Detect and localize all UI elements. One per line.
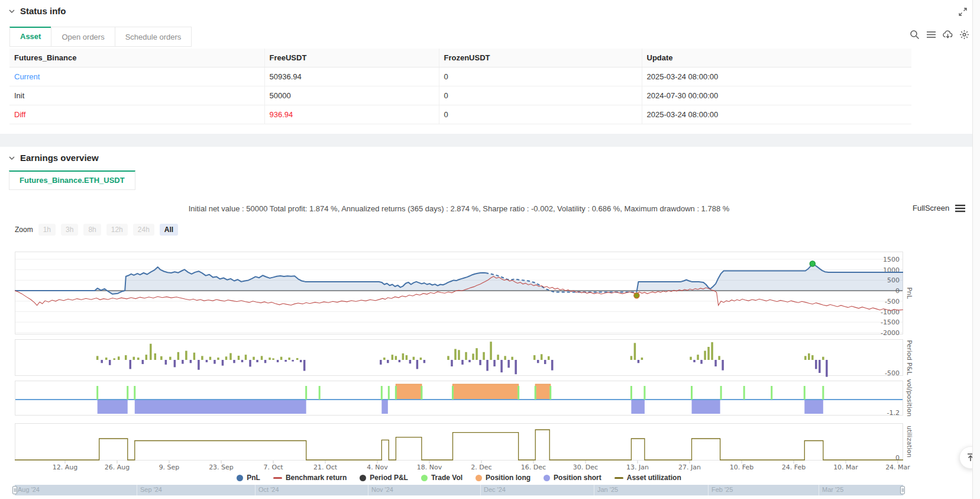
benchmark-return-marker-icon bbox=[273, 477, 282, 479]
period-pnl-bar bbox=[160, 356, 163, 360]
x-axis-label: 9. Sep bbox=[159, 463, 180, 471]
zoom-all-button[interactable]: All bbox=[160, 224, 178, 236]
trade-vol-marker-icon bbox=[421, 475, 428, 481]
navigator-right-handle[interactable] bbox=[900, 486, 905, 494]
tab-asset[interactable]: Asset bbox=[9, 27, 51, 47]
pnl-ytick: -500 bbox=[885, 298, 900, 305]
navigator-divider bbox=[480, 485, 481, 495]
exit-marker bbox=[634, 293, 639, 298]
trade-vol-bar bbox=[421, 386, 422, 400]
trade-vol-bar bbox=[134, 386, 135, 400]
gear-icon[interactable] bbox=[959, 30, 969, 40]
legend-item-trade-vol[interactable]: Trade Vol bbox=[421, 474, 462, 482]
x-axis-label: 24. Mar bbox=[885, 463, 910, 471]
col-free-usdt: FreeUSDT bbox=[264, 49, 439, 67]
zoom-1h-button[interactable]: 1h bbox=[38, 224, 56, 236]
legend-item-position-short[interactable]: Position short bbox=[544, 474, 601, 482]
period-pnl-bar bbox=[399, 360, 401, 362]
period-pnl-bar bbox=[548, 356, 550, 360]
period-pnl-bar bbox=[222, 360, 224, 366]
period-pnl-bar bbox=[718, 356, 720, 360]
period-pnl-bar bbox=[303, 360, 306, 371]
period-pnl-bar bbox=[249, 360, 251, 366]
period-pnl-bar bbox=[500, 360, 503, 372]
pane-border bbox=[15, 252, 903, 334]
search-icon[interactable] bbox=[910, 30, 920, 40]
navigator-month-label: Aug '24 bbox=[18, 486, 40, 493]
position-long-block bbox=[396, 384, 422, 400]
pnl-ytick: -1500 bbox=[881, 318, 900, 326]
navigator-month-label: Nov '24 bbox=[371, 486, 393, 493]
period-pnl-bar bbox=[409, 360, 412, 363]
legend-item-asset-utilization[interactable]: Asset utilization bbox=[614, 474, 681, 482]
period-pnl-bar bbox=[118, 356, 120, 360]
init-label: Init bbox=[9, 86, 264, 105]
position-short-block bbox=[135, 400, 306, 414]
tab-open-orders[interactable]: Open orders bbox=[51, 27, 115, 47]
navigator-divider bbox=[594, 485, 594, 495]
zoom-3h-button[interactable]: 3h bbox=[61, 224, 78, 236]
zoom-24h-button[interactable]: 24h bbox=[133, 224, 154, 236]
period-pnl-bar bbox=[185, 351, 187, 360]
zoom-label: Zoom bbox=[15, 226, 33, 234]
pnl-ytick: -2000 bbox=[881, 329, 900, 337]
x-axis-label: 12. Aug bbox=[53, 463, 77, 471]
period-pnl-bar bbox=[483, 352, 485, 360]
collapse-chevron-icon[interactable] bbox=[8, 8, 15, 15]
collapse-chevron-icon[interactable] bbox=[8, 154, 15, 162]
fullscreen-label: FullScreen bbox=[913, 204, 949, 213]
period-pnl-bar bbox=[387, 360, 389, 363]
period-pnl-bar bbox=[406, 355, 408, 360]
chart-context-menu-icon[interactable] bbox=[955, 204, 965, 213]
navigator-month-label: Sep '24 bbox=[140, 486, 162, 493]
position-short-block bbox=[98, 400, 128, 414]
diff-label: Diff bbox=[9, 105, 264, 124]
period-pnl-bar bbox=[714, 360, 717, 366]
legend-label: PnL bbox=[247, 474, 260, 482]
expand-corners-icon[interactable] bbox=[958, 7, 968, 17]
current-link[interactable]: Current bbox=[9, 67, 264, 86]
period-pnl-bar bbox=[288, 358, 290, 360]
period-pnl-bar bbox=[253, 357, 255, 360]
period-pnl-bar bbox=[541, 354, 543, 360]
navigator-month-label: Dec '24 bbox=[484, 486, 506, 493]
period-pnl-bar bbox=[137, 358, 140, 360]
trade-vol-bar bbox=[720, 386, 722, 400]
period-pnl-bar bbox=[479, 360, 481, 365]
navigator-left-handle[interactable] bbox=[12, 486, 17, 494]
cloud-download-icon[interactable] bbox=[943, 30, 953, 40]
period-pnl-bar bbox=[292, 360, 294, 362]
init-free-usdt: 50000 bbox=[264, 86, 439, 105]
navigator-month-label: Feb '25 bbox=[711, 486, 733, 493]
legend-item-period-p-l[interactable]: Period P&L bbox=[360, 474, 408, 482]
earnings-chart[interactable]: 150010005000-500-1000-1500-2000-500-1.20… bbox=[15, 252, 980, 472]
navigator-divider bbox=[368, 485, 368, 495]
page-scrollbar[interactable] bbox=[972, 0, 980, 499]
trade-vol-bar bbox=[643, 386, 645, 400]
legend-item-benchmark-return[interactable]: Benchmark return bbox=[273, 474, 347, 482]
period-pnl-bar bbox=[142, 360, 144, 364]
period-pnl-bar bbox=[125, 355, 127, 360]
legend-item-position-long[interactable]: Position long bbox=[476, 474, 531, 482]
period-pnl-bar bbox=[697, 355, 699, 360]
tab-schedule-orders[interactable]: Schedule orders bbox=[115, 27, 192, 47]
x-axis-label: 10. Feb bbox=[730, 463, 753, 471]
x-axis-label: 18. Nov bbox=[417, 463, 442, 471]
chart-navigator[interactable]: Aug '24Sep '24Oct '24Nov '24Dec '24Jan '… bbox=[15, 485, 903, 495]
menu-icon[interactable] bbox=[926, 30, 936, 40]
period-pnl-bar bbox=[105, 358, 108, 360]
period-pnl-bar bbox=[454, 349, 457, 360]
period-pnl-bar bbox=[497, 355, 499, 360]
diff-update: 2025-03-24 08:00:00 bbox=[642, 105, 911, 124]
status-info-card: Status info Asset Open orders Schedule o… bbox=[0, 0, 980, 134]
tab-futures-binance-eth-usdt[interactable]: Futures_Binance.ETH_USDT bbox=[9, 170, 135, 190]
period-pnl-bar bbox=[515, 360, 517, 374]
period-pnl-bar bbox=[630, 356, 633, 360]
period-pnl-bar bbox=[133, 357, 135, 360]
zoom-8h-button[interactable]: 8h bbox=[83, 224, 101, 236]
fullscreen-button[interactable]: FullScreen bbox=[913, 204, 965, 213]
period-pnl-bar bbox=[169, 357, 172, 360]
legend-item-pnl[interactable]: PnL bbox=[237, 474, 260, 482]
zoom-12h-button[interactable]: 12h bbox=[106, 224, 128, 236]
x-axis-label: 13. Jan bbox=[626, 463, 649, 471]
